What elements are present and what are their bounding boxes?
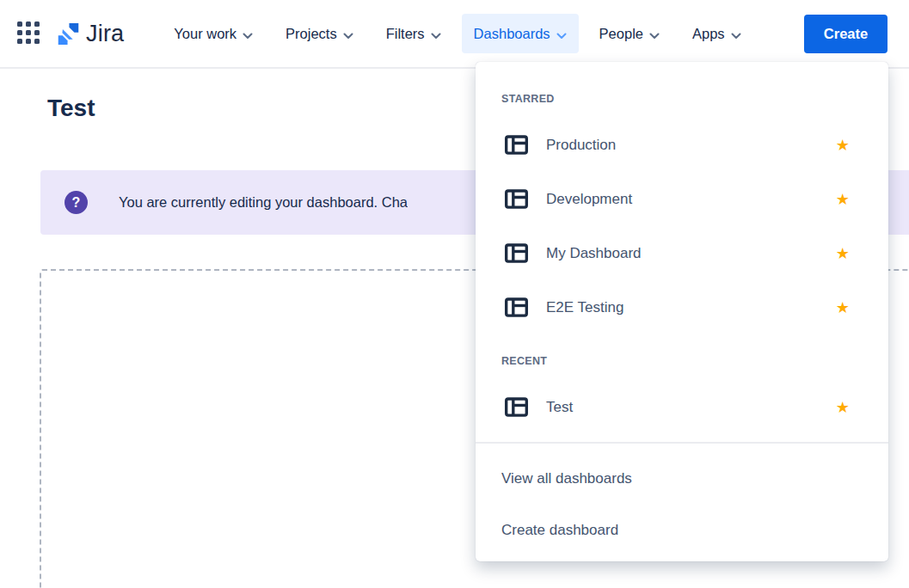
nav-item-label: Dashboards: [474, 26, 550, 42]
menu-item-dashboard[interactable]: Test ★: [476, 380, 888, 434]
editing-banner-text: You are currently editing your dashboard…: [119, 194, 408, 211]
chevron-down-icon: [649, 27, 660, 43]
nav-item-filters[interactable]: Filters: [374, 14, 453, 53]
dropdown-footer: View all dashboards Create dashboard: [476, 444, 888, 556]
dashboard-icon: [505, 243, 528, 263]
menu-item-label: E2E Testing: [546, 299, 836, 316]
nav-item-label: Filters: [386, 26, 425, 42]
dashboard-icon: [505, 297, 528, 317]
menu-item-dashboard[interactable]: E2E Testing ★: [476, 280, 888, 334]
menu-item-label: Test: [546, 399, 836, 416]
chevron-down-icon: [431, 27, 441, 43]
nav-item-your-work[interactable]: Your work: [162, 14, 265, 53]
dashboard-icon: [505, 397, 528, 417]
menu-item-label: My Dashboard: [546, 245, 836, 262]
dashboard-icon: [505, 135, 528, 155]
nav-item-label: People: [599, 26, 643, 42]
primary-nav: Your work Projects Filters Dashboards Pe…: [162, 14, 752, 53]
chevron-down-icon: [556, 27, 567, 43]
nav-item-label: Apps: [692, 26, 725, 42]
recent-list: Test ★: [476, 380, 888, 434]
dashboards-dropdown-menu: STARRED Production ★ Development ★ My Da…: [476, 62, 888, 561]
create-dashboard-link[interactable]: Create dashboard: [476, 505, 888, 556]
section-heading-recent: RECENT: [501, 355, 888, 367]
chevron-down-icon: [243, 27, 253, 43]
star-icon[interactable]: ★: [836, 300, 850, 315]
starred-list: Production ★ Development ★ My Dashboard …: [476, 118, 888, 334]
star-icon[interactable]: ★: [836, 192, 850, 207]
nav-item-dashboards[interactable]: Dashboards: [462, 14, 579, 53]
nav-item-projects[interactable]: Projects: [273, 14, 365, 53]
section-heading-starred: STARRED: [501, 93, 888, 105]
menu-item-label: Production: [546, 137, 836, 154]
page-title: Test: [47, 95, 95, 122]
nav-item-label: Projects: [286, 26, 337, 42]
nav-item-apps[interactable]: Apps: [680, 14, 753, 53]
nav-item-people[interactable]: People: [587, 14, 672, 53]
jira-logo[interactable]: Jira: [57, 21, 124, 47]
menu-item-dashboard[interactable]: My Dashboard ★: [476, 226, 888, 280]
menu-item-dashboard[interactable]: Production ★: [476, 118, 888, 172]
star-icon[interactable]: ★: [836, 246, 850, 261]
star-icon[interactable]: ★: [836, 138, 850, 153]
chevron-down-icon: [731, 27, 741, 43]
star-icon[interactable]: ★: [836, 400, 850, 415]
brand-name: Jira: [86, 21, 124, 47]
view-all-dashboards-link[interactable]: View all dashboards: [476, 453, 888, 505]
create-button[interactable]: Create: [804, 15, 888, 53]
nav-item-label: Your work: [174, 26, 236, 42]
app-switcher-icon[interactable]: [17, 21, 41, 46]
question-mark-icon: ?: [64, 191, 88, 214]
chevron-down-icon: [343, 27, 353, 43]
menu-item-dashboard[interactable]: Development ★: [476, 172, 888, 226]
dashboard-icon: [505, 189, 528, 209]
menu-item-label: Development: [546, 191, 836, 208]
top-navigation: Jira Your work Projects Filters Dashboar…: [0, 0, 909, 69]
jira-logo-icon: [57, 22, 80, 46]
